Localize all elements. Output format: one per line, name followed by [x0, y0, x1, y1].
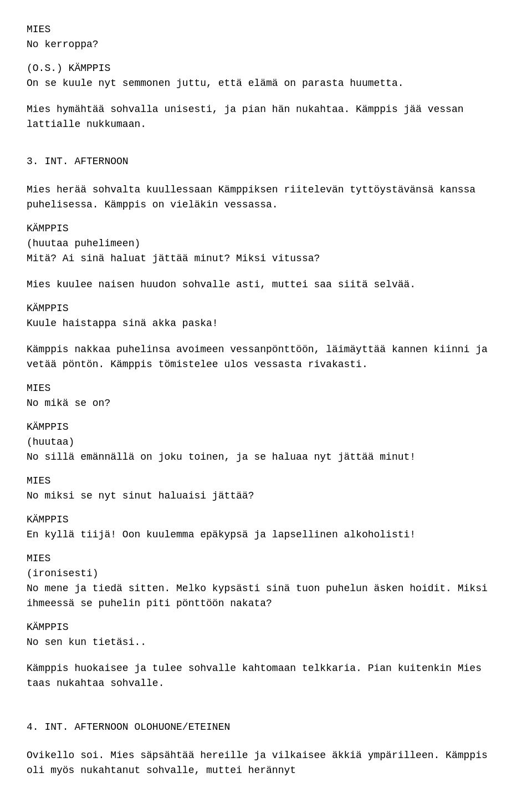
dialogue-line: En kyllä tiijä! Oon kuulemma epäkypsä ja…	[27, 527, 505, 542]
scene-heading: 3. INT. AFTERNOON	[27, 154, 505, 169]
spacer	[27, 506, 505, 512]
spacer	[27, 134, 505, 141]
dialogue-line: On se kuule nyt semmonen juttu, että elä…	[27, 76, 505, 91]
character-name: MIES	[27, 474, 505, 489]
dialogue-block: MIESNo mikä se on?	[27, 381, 505, 411]
spacer	[27, 294, 505, 301]
dialogue-block: KÄMPPISNo sen kun tietäsi..	[27, 620, 505, 650]
action-line: Mies hymähtää sohvalla unisesti, ja pian…	[27, 102, 505, 132]
character-name: MIES	[27, 551, 505, 566]
spacer	[27, 467, 505, 474]
spacer	[27, 333, 505, 340]
dialogue-block: MIES(ironisesti)No mene ja tiedä sitten.…	[27, 551, 505, 611]
dialogue-line: No sen kun tietäsi..	[27, 635, 505, 650]
dialogue-block: MIESNo kerroppa?	[27, 22, 505, 52]
parenthetical: (huutaa puhelimeen)	[27, 236, 505, 251]
dialogue-line: No mikä se on?	[27, 396, 505, 411]
spacer	[27, 374, 505, 381]
parenthetical: (ironisesti)	[27, 566, 505, 581]
spacer	[27, 174, 505, 180]
dialogue-block: (O.S.) KÄMPPISOn se kuule nyt semmonen j…	[27, 61, 505, 91]
dialogue-block: KÄMPPIS(huutaa puhelimeen)Mitä? Ai sinä …	[27, 221, 505, 266]
parenthetical: (huutaa)	[27, 435, 505, 450]
spacer	[27, 93, 505, 100]
scene-heading: 4. INT. AFTERNOON OLOHUONE/ETEINEN	[27, 720, 505, 735]
character-name: KÄMPPIS	[27, 301, 505, 316]
character-name: KÄMPPIS	[27, 221, 505, 236]
action-line: Ovikello soi. Mies säpsähtää hereille ja…	[27, 748, 505, 778]
screenplay-content: MIESNo kerroppa?(O.S.) KÄMPPISOn se kuul…	[27, 22, 505, 778]
spacer	[27, 693, 505, 700]
character-name: MIES	[27, 381, 505, 396]
action-line: Mies kuulee naisen huudon sohvalle asti,…	[27, 277, 505, 292]
spacer	[27, 545, 505, 551]
spacer	[27, 652, 505, 659]
dialogue-block: KÄMPPISKuule haistappa sinä akka paska!	[27, 301, 505, 331]
action-line: Kämppis huokaisee ja tulee sohvalle kaht…	[27, 661, 505, 691]
spacer	[27, 268, 505, 275]
character-name: KÄMPPIS	[27, 620, 505, 635]
dialogue-line: No kerroppa?	[27, 37, 505, 52]
spacer	[27, 739, 505, 746]
dialogue-line: Mitä? Ai sinä haluat jättää minut? Miksi…	[27, 251, 505, 266]
dialogue-block: KÄMPPIS(huutaa)No sillä emännällä on jok…	[27, 420, 505, 465]
dialogue-line: No sillä emännällä on joku toinen, ja se…	[27, 450, 505, 465]
dialogue-line: No mene ja tiedä sitten. Melko kypsästi …	[27, 581, 505, 611]
dialogue-block: MIESNo miksi se nyt sinut haluaisi jättä…	[27, 474, 505, 504]
character-name: (O.S.) KÄMPPIS	[27, 61, 505, 76]
character-name: KÄMPPIS	[27, 420, 505, 435]
dialogue-block: KÄMPPISEn kyllä tiijä! Oon kuulemma epäk…	[27, 512, 505, 542]
spacer	[27, 215, 505, 221]
character-name: MIES	[27, 22, 505, 37]
spacer	[27, 613, 505, 620]
action-line: Mies herää sohvalta kuullessaan Kämppiks…	[27, 182, 505, 212]
action-line: Kämppis nakkaa puhelinsa avoimeen vessan…	[27, 342, 505, 372]
spacer	[27, 54, 505, 61]
spacer	[27, 413, 505, 420]
dialogue-line: No miksi se nyt sinut haluaisi jättää?	[27, 489, 505, 504]
character-name: KÄMPPIS	[27, 512, 505, 527]
dialogue-line: Kuule haistappa sinä akka paska!	[27, 316, 505, 331]
spacer	[27, 700, 505, 707]
